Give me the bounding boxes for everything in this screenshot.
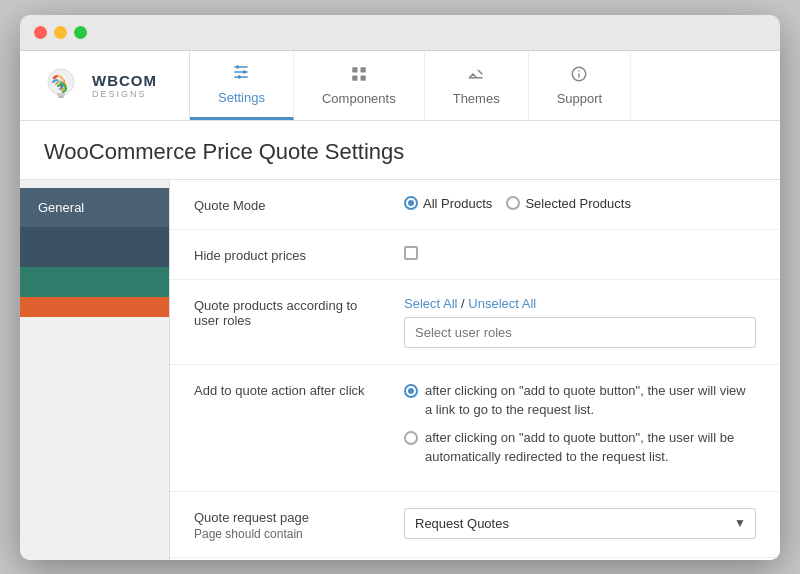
setting-row-user-roles: Quote products according to user roles S… [170,280,780,365]
svg-point-3 [57,74,65,82]
select-all-link[interactable]: Select All [404,296,457,311]
support-icon [570,65,588,86]
sidebar-decoration-1 [20,227,169,267]
top-nav: WBCOM DESIGNS Settings [20,51,780,121]
page-title: WooCommerce Price Quote Settings [44,139,756,165]
setting-label-action-after-click: Add to quote action after click [194,381,384,398]
radio-selected-products[interactable]: Selected Products [506,196,631,211]
components-icon [350,65,368,86]
sidebar-item-general[interactable]: General [20,188,169,227]
minimize-dot[interactable] [54,26,67,39]
svg-rect-2 [58,96,64,98]
main-layout: General Quote Mode All Products [20,180,780,560]
tab-themes[interactable]: Themes [425,51,529,120]
setting-label-quote-mode: Quote Mode [194,196,384,213]
setting-control-user-roles: Select All / Unselect All [404,296,756,348]
app-window: WBCOM DESIGNS Settings [20,15,780,560]
setting-row-hide-prices: Hide product prices [170,230,780,280]
quote-request-sublabel: Page should contain [194,527,384,541]
tab-settings-label: Settings [218,90,265,105]
svg-point-9 [238,75,241,78]
svg-rect-11 [360,67,365,72]
page-title-bar: WooCommerce Price Quote Settings [20,121,780,180]
unselect-all-link[interactable]: Unselect All [468,296,536,311]
setting-row-action-after-click: Add to quote action after click after cl… [170,365,780,492]
logo-designs: DESIGNS [92,89,157,99]
radio-selected-products-label: Selected Products [525,196,631,211]
themes-icon [467,65,485,86]
setting-row-quote-mode: Quote Mode All Products Selected Product… [170,180,780,230]
link-separator: / [457,296,468,311]
action-radio-2-circle [404,431,418,445]
action-radio-1-circle [404,384,418,398]
setting-control-quote-request-page: Request Quotes ▼ [404,508,756,539]
svg-rect-1 [57,93,65,96]
sidebar: General [20,180,170,560]
svg-rect-12 [352,75,357,80]
user-roles-links: Select All / Unselect All [404,296,756,311]
setting-label-hide-prices: Hide product prices [194,246,384,263]
setting-label-quote-request-page: Quote request page Page should contain [194,508,384,541]
settings-icon [231,62,251,85]
tab-support[interactable]: Support [529,51,632,120]
svg-point-7 [236,65,239,68]
radio-all-products-circle [404,196,418,210]
action-option-1-label: after clicking on "add to quote button",… [425,381,756,420]
quote-request-page-select[interactable]: Request Quotes [404,508,756,539]
quote-request-page-select-wrapper: Request Quotes ▼ [404,508,756,539]
logo-area: WBCOM DESIGNS [20,51,190,120]
user-roles-input[interactable] [404,317,756,348]
svg-point-8 [243,70,246,73]
nav-tabs: Settings Components [190,51,780,120]
settings-content: Quote Mode All Products Selected Product… [170,180,780,560]
setting-control-hide-prices [404,246,756,260]
traffic-lights [34,26,87,39]
logo-icon [40,64,82,106]
logo-text: WBCOM DESIGNS [92,72,157,99]
setting-control-action-after-click: after clicking on "add to quote button",… [404,381,756,475]
sidebar-decoration-3 [20,297,169,317]
svg-rect-10 [352,67,357,72]
action-radio-1-inner [408,388,414,394]
tab-settings[interactable]: Settings [190,51,294,120]
radio-all-products[interactable]: All Products [404,196,492,211]
sidebar-decoration-2 [20,267,169,297]
close-dot[interactable] [34,26,47,39]
quote-request-label: Quote request page [194,510,309,525]
maximize-dot[interactable] [74,26,87,39]
radio-selected-products-circle [506,196,520,210]
logo-wbcom: WBCOM [92,72,157,89]
titlebar [20,15,780,51]
tab-themes-label: Themes [453,91,500,106]
radio-all-products-inner [408,200,414,206]
setting-control-quote-mode: All Products Selected Products [404,196,756,211]
tab-support-label: Support [557,91,603,106]
action-option-2: after clicking on "add to quote button",… [404,428,756,467]
svg-rect-13 [360,75,365,80]
svg-point-16 [579,70,581,72]
quote-mode-radio-group: All Products Selected Products [404,196,756,211]
setting-label-user-roles: Quote products according to user roles [194,296,384,328]
tab-components[interactable]: Components [294,51,425,120]
hide-prices-checkbox[interactable] [404,246,418,260]
tab-components-label: Components [322,91,396,106]
setting-row-quote-request-page: Quote request page Page should contain R… [170,492,780,558]
action-option-1: after clicking on "add to quote button",… [404,381,756,420]
action-option-2-label: after clicking on "add to quote button",… [425,428,756,467]
radio-all-products-label: All Products [423,196,492,211]
